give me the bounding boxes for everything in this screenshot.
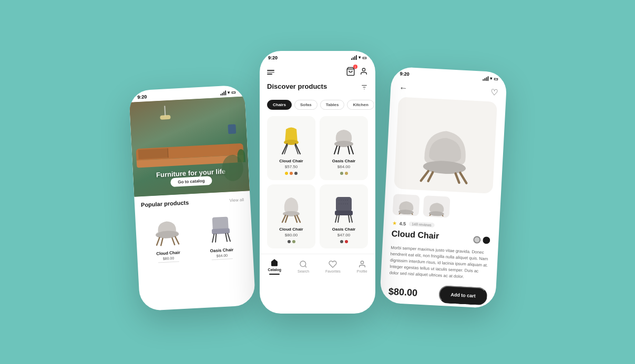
tab-sofas[interactable]: Sofas: [294, 100, 318, 110]
svg-line-37: [351, 215, 352, 222]
svg-line-45: [459, 172, 467, 183]
product-price-4: $47.00: [325, 233, 363, 237]
product-price-3: $80.00: [272, 233, 310, 237]
go-to-catalog-button[interactable]: Go to catalog: [170, 175, 212, 186]
product-name-3: Cloud Chair: [272, 227, 310, 232]
nav-favorites[interactable]: Favorites: [325, 260, 341, 273]
nav-favorites-label: Favorites: [325, 269, 341, 273]
product-price-right: $80.00: [388, 286, 417, 298]
buy-row: $80.00 Add to cart: [380, 282, 496, 305]
product-name-2: Oasis Chair: [325, 159, 363, 163]
product-img-2: [325, 121, 362, 155]
popular-products-grid: Cloud Chair $80.00: [141, 207, 247, 263]
svg-line-39: [349, 215, 350, 222]
thumbnail-row: [384, 193, 501, 220]
hamburger-menu[interactable]: [267, 70, 274, 75]
reviews-count: 148 reviews: [408, 221, 435, 227]
signal-icon-left: [220, 90, 226, 95]
svg-line-46: [428, 171, 433, 181]
cart-button[interactable]: 1: [346, 67, 355, 78]
product-main-image: [394, 97, 497, 194]
status-time-center: 9:20: [268, 55, 278, 60]
color-dots-2: [325, 172, 363, 175]
signal-icon-center: [351, 55, 357, 60]
svg-point-40: [300, 261, 306, 267]
rating-number: 4.5: [400, 221, 406, 226]
product-card-oasis-chair-left[interactable]: Oasis Chair $64.00: [195, 207, 247, 261]
svg-rect-6: [212, 216, 229, 231]
svg-line-4: [161, 238, 163, 245]
product-card-3[interactable]: Cloud Chair $80.00: [267, 184, 315, 248]
star-icon: ★: [392, 220, 397, 225]
product-price-2: $64.00: [325, 164, 363, 169]
thumbnail-1[interactable]: [393, 194, 420, 216]
product-card-4[interactable]: Oasis Chair $47.00: [320, 184, 368, 248]
svg-line-31: [295, 216, 297, 222]
svg-line-47: [455, 173, 460, 182]
favorite-button[interactable]: ♡: [490, 87, 498, 98]
svg-line-28: [282, 215, 285, 222]
product-name-right: Cloud Chair: [391, 228, 439, 241]
svg-line-50: [412, 214, 414, 215]
filter-icon[interactable]: [361, 84, 368, 93]
profile-icon-center[interactable]: [360, 67, 368, 78]
tab-chairs[interactable]: Chairs: [267, 100, 292, 110]
product-card-2[interactable]: Oasis Chair $64.00: [320, 116, 368, 180]
svg-point-13: [362, 68, 365, 71]
product-name-1: Cloud Chair: [272, 159, 310, 163]
product-description: Morbi semper maximus justo vitae gravida…: [381, 244, 498, 282]
svg-line-2: [156, 237, 160, 245]
discover-section-header: Discover products: [260, 82, 375, 95]
svg-line-24: [351, 146, 353, 154]
svg-line-52: [428, 214, 430, 216]
view-all-link[interactable]: View all: [229, 197, 244, 202]
svg-line-3: [175, 236, 179, 244]
product-img-4: [325, 190, 362, 224]
tab-tables[interactable]: Tables: [320, 100, 345, 110]
svg-line-11: [226, 233, 227, 241]
nav-profile[interactable]: Profile: [357, 260, 367, 273]
battery-icon-center: ▭: [362, 55, 367, 60]
cloud-chair-image-left: [148, 211, 187, 249]
product-img-1: [273, 121, 310, 155]
color-option-dark[interactable]: [483, 236, 490, 244]
phone-left: 9:20 ▾ ▭: [129, 85, 256, 311]
color-dots-1: [272, 172, 310, 175]
popular-section: Popular products View all: [134, 191, 253, 269]
svg-line-49: [397, 213, 400, 215]
product-card-1[interactable]: Cloud Chair $57.50: [267, 116, 315, 180]
phone-center: 9:20 ▾ ▭ 1: [260, 51, 375, 314]
bottom-nav-center: Catalog Search Favorites Pr: [260, 254, 375, 280]
category-tabs: Chairs Sofas Tables Kitchen: [260, 100, 375, 110]
nav-catalog[interactable]: Catalog: [268, 258, 281, 275]
product-card-cloud-chair-left[interactable]: Cloud Chair $80.00: [141, 211, 193, 264]
discover-products-title: Discover products: [267, 82, 327, 90]
svg-line-8: [212, 234, 214, 242]
nav-catalog-label: Catalog: [268, 268, 281, 272]
svg-line-25: [338, 147, 340, 154]
nav-search[interactable]: Search: [298, 260, 309, 273]
product-title-row: Cloud Chair: [383, 228, 499, 247]
product-name-4: Oasis Chair: [325, 227, 363, 232]
battery-icon-left: ▭: [231, 89, 237, 95]
svg-line-53: [442, 215, 444, 216]
color-dots-4: [325, 240, 363, 243]
tab-kitchen[interactable]: Kitchen: [347, 100, 374, 110]
product-img-3: [273, 190, 310, 224]
back-button[interactable]: ←: [399, 82, 408, 92]
svg-line-36: [335, 215, 337, 222]
svg-line-26: [348, 147, 350, 154]
popular-products-title: Popular products: [141, 199, 189, 208]
wifi-icon-right: ▾: [490, 76, 492, 80]
phone-right: 9:20 ▾ ▭ ← ♡: [380, 66, 507, 308]
nav-profile-label: Profile: [357, 269, 367, 273]
oasis-chair-image-left: [201, 208, 240, 247]
products-grid-center: Cloud Chair $57.50: [260, 116, 375, 248]
center-top-bar: 1: [260, 63, 375, 82]
wifi-icon-left: ▾: [228, 90, 230, 95]
color-option-light[interactable]: [473, 236, 481, 244]
svg-line-9: [228, 233, 230, 241]
add-to-cart-button[interactable]: Add to cart: [438, 285, 487, 305]
thumbnail-2[interactable]: [423, 195, 450, 218]
svg-line-44: [421, 170, 428, 181]
